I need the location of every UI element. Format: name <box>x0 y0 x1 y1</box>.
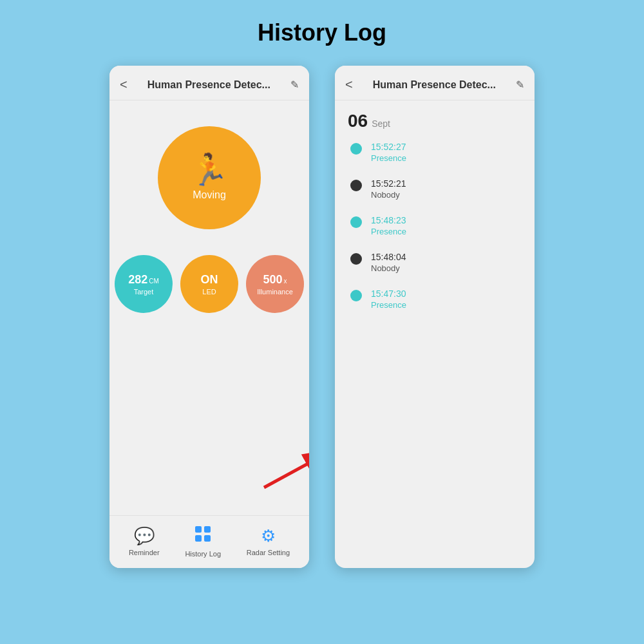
log-dot-presence-3 <box>350 290 362 301</box>
log-item-3: 15:48:23 Presence <box>348 215 522 236</box>
log-dot-presence-1 <box>350 143 362 155</box>
log-item-4: 15:48:04 Nobody <box>348 252 522 273</box>
led-value: ON <box>201 273 218 287</box>
illuminance-value: 500x <box>263 273 287 287</box>
log-content-4: 15:48:04 Nobody <box>371 252 406 273</box>
reminder-label: Reminder <box>129 549 160 556</box>
date-header: 06 Sept <box>348 111 522 131</box>
log-status-1: Presence <box>371 153 406 163</box>
target-circle: 282CM Target <box>115 255 173 313</box>
history-log-icon <box>194 525 212 547</box>
svg-rect-5 <box>204 535 211 542</box>
history-log-label: History Log <box>185 550 221 558</box>
left-phone-title: Human Presence Detec... <box>147 79 270 91</box>
left-phone-header: < Human Presence Detec... ✎ <box>109 66 309 100</box>
log-status-2: Nobody <box>371 190 406 200</box>
log-item-1: 15:52:27 Presence <box>348 142 522 163</box>
left-back-button[interactable]: < <box>120 77 128 92</box>
right-phone-title: Human Presence Detec... <box>373 79 496 91</box>
right-phone-header: < Human Presence Detec... ✎ <box>335 66 535 100</box>
right-edit-icon[interactable]: ✎ <box>516 79 524 91</box>
radar-setting-icon: ⚙ <box>261 526 276 546</box>
small-circles-row: 282CM Target ON LED 500x Illuminance <box>115 255 304 313</box>
target-label: Target <box>134 288 154 296</box>
main-status-circle: 🏃 Moving <box>158 126 261 229</box>
reminder-icon: 💬 <box>134 526 155 546</box>
target-value: 282CM <box>128 273 159 287</box>
svg-rect-3 <box>204 526 211 533</box>
log-status-5: Presence <box>371 300 406 310</box>
radar-setting-label: Radar Setting <box>247 549 290 556</box>
history-body: 06 Sept 15:52:27 Presence 15:52:21 Nobod… <box>335 100 535 568</box>
log-time-3: 15:48:23 <box>371 215 406 225</box>
svg-rect-4 <box>195 535 202 542</box>
illuminance-label: Illuminance <box>257 288 293 296</box>
moving-label: Moving <box>193 189 226 201</box>
log-time-4: 15:48:04 <box>371 252 406 262</box>
nav-radar-setting[interactable]: ⚙ Radar Setting <box>247 526 290 556</box>
log-content-3: 15:48:23 Presence <box>371 215 406 236</box>
nav-reminder[interactable]: 💬 Reminder <box>129 526 160 556</box>
right-phone: < Human Presence Detec... ✎ 06 Sept 15:5… <box>335 66 535 568</box>
bottom-nav: 💬 Reminder History Log ⚙ Radar Setting <box>109 515 309 568</box>
right-back-button[interactable]: < <box>345 77 353 92</box>
nav-history-log[interactable]: History Log <box>185 525 221 558</box>
led-label: LED <box>202 288 216 296</box>
log-dot-nobody-1 <box>350 180 362 191</box>
log-time-2: 15:52:21 <box>371 178 406 189</box>
log-time-5: 15:47:30 <box>371 289 406 299</box>
date-month: Sept <box>372 118 390 129</box>
left-edit-icon[interactable]: ✎ <box>290 79 299 91</box>
led-circle: ON LED <box>180 255 238 313</box>
log-time-1: 15:52:27 <box>371 142 406 152</box>
page-title: History Log <box>0 0 644 59</box>
left-phone: < Human Presence Detec... ✎ 🏃 Moving 282… <box>109 66 309 568</box>
log-status-3: Presence <box>371 227 406 236</box>
log-status-4: Nobody <box>371 263 406 273</box>
log-item-2: 15:52:21 Nobody <box>348 178 522 200</box>
log-item-5: 15:47:30 Presence <box>348 289 522 310</box>
log-content-1: 15:52:27 Presence <box>371 142 406 163</box>
illuminance-circle: 500x Illuminance <box>246 255 304 313</box>
date-day: 06 <box>348 111 368 131</box>
running-icon: 🏃 <box>190 155 229 185</box>
log-dot-nobody-2 <box>350 253 362 265</box>
left-phone-body: 🏃 Moving 282CM Target ON LED 500x <box>109 100 309 515</box>
log-content-2: 15:52:21 Nobody <box>371 178 406 200</box>
log-dot-presence-2 <box>350 216 362 228</box>
svg-rect-2 <box>195 526 202 533</box>
log-content-5: 15:47:30 Presence <box>371 289 406 310</box>
